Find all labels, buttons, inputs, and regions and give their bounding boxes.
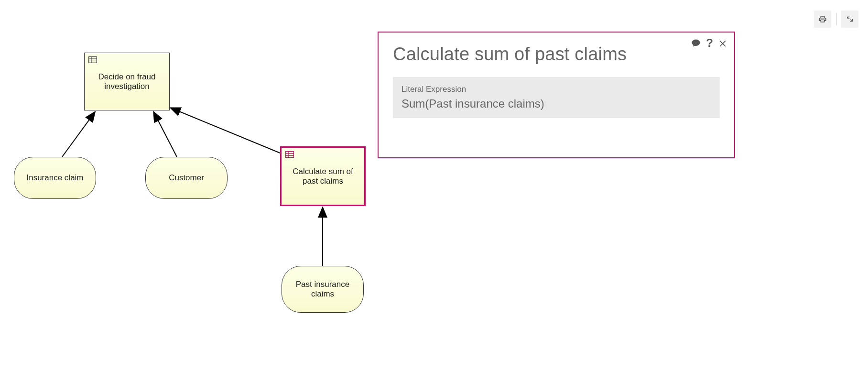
panel-header: Calculate sum of past claims ? — [379, 33, 734, 72]
svg-rect-4 — [89, 57, 97, 63]
svg-line-1 — [154, 112, 177, 157]
decision-calculate-sum[interactable]: Calculate sum of past claims — [280, 146, 366, 206]
decision-decide-fraud[interactable]: Decide on fraud investigation — [84, 53, 170, 110]
properties-panel: Calculate sum of past claims ? Literal E… — [378, 32, 735, 158]
input-past-claims[interactable]: Past insurance claims — [282, 266, 364, 313]
diagram-canvas[interactable]: Decide on fraud investigation Calculate … — [0, 0, 868, 373]
print-button[interactable] — [814, 11, 831, 28]
toolbar-separator — [836, 13, 836, 25]
comment-button[interactable] — [691, 38, 701, 48]
node-label: Calculate sum of past claims — [286, 167, 359, 186]
table-icon — [88, 56, 97, 63]
panel-actions: ? — [691, 36, 727, 50]
expand-icon — [846, 15, 854, 23]
input-customer[interactable]: Customer — [145, 157, 228, 199]
comment-icon — [691, 38, 701, 48]
print-icon — [818, 15, 827, 23]
svg-line-2 — [171, 108, 280, 153]
node-label: Past insurance claims — [287, 280, 358, 298]
toolbar — [814, 11, 858, 28]
table-icon — [285, 151, 294, 157]
help-button[interactable]: ? — [706, 36, 713, 50]
expression-label: Literal Expression — [401, 85, 711, 94]
panel-title: Calculate sum of past claims — [393, 44, 720, 65]
svg-rect-8 — [286, 152, 294, 158]
svg-line-0 — [62, 112, 95, 157]
expression-box[interactable]: Literal Expression Sum(Past insurance cl… — [393, 77, 720, 118]
expression-value: Sum(Past insurance claims) — [401, 97, 711, 110]
expand-button[interactable] — [841, 11, 858, 28]
input-insurance-claim[interactable]: Insurance claim — [14, 157, 96, 199]
close-button[interactable] — [718, 38, 727, 48]
close-icon — [718, 38, 727, 48]
node-label: Decide on fraud investigation — [89, 72, 164, 91]
node-label: Insurance claim — [26, 173, 83, 183]
node-label: Customer — [169, 173, 204, 183]
